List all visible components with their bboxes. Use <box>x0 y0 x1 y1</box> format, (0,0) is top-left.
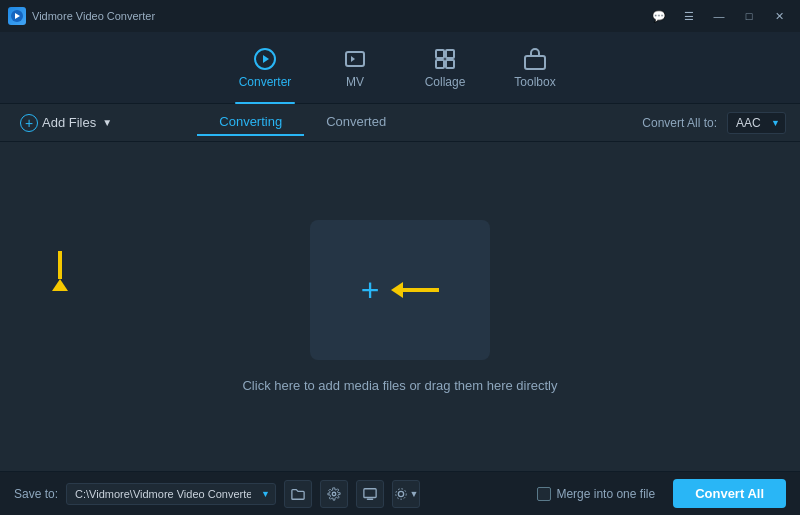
settings-icon-btn[interactable] <box>320 480 348 508</box>
close-button[interactable]: ✕ <box>766 7 792 25</box>
sub-tab-converted[interactable]: Converted <box>304 109 408 136</box>
svg-rect-7 <box>436 60 444 68</box>
tab-converter-label: Converter <box>239 75 292 89</box>
main-content: + Click here to add media files or drag … <box>0 142 800 471</box>
title-bar: Vidmore Video Converter 💬 ☰ — □ ✕ <box>0 0 800 32</box>
svg-rect-9 <box>525 56 545 69</box>
title-bar-left: Vidmore Video Converter <box>8 7 155 25</box>
convert-all-button[interactable]: Convert All <box>673 479 786 508</box>
svg-rect-8 <box>446 60 454 68</box>
tab-mv-label: MV <box>346 75 364 89</box>
folder-icon-btn[interactable] <box>284 480 312 508</box>
tab-toolbox-label: Toolbox <box>514 75 555 89</box>
svg-rect-6 <box>446 50 454 58</box>
gear-icon-btn[interactable]: ▼ <box>392 480 420 508</box>
plus-icon: + <box>361 274 380 306</box>
tab-converter[interactable]: Converter <box>220 32 310 104</box>
arrow-head-up-icon <box>52 279 68 291</box>
save-to-label: Save to: <box>14 487 58 501</box>
add-files-button[interactable]: + Add Files ▼ <box>14 110 120 136</box>
nav-bar: Converter MV Collage Toolbox <box>0 32 800 104</box>
save-path-input[interactable] <box>66 483 276 505</box>
drop-zone[interactable]: + <box>310 220 490 360</box>
arrow-shaft-vertical <box>58 251 62 279</box>
menu-button[interactable]: ☰ <box>676 7 702 25</box>
bottom-bar: Save to: ▼ Merge into one file Convert A… <box>0 471 800 515</box>
add-files-circle-icon: + <box>20 114 38 132</box>
arrow-shaft-horizontal <box>403 288 439 292</box>
merge-checkbox[interactable] <box>537 487 551 501</box>
svg-rect-10 <box>364 488 376 497</box>
app-icon <box>8 7 26 25</box>
tab-collage-label: Collage <box>425 75 466 89</box>
svg-marker-3 <box>263 55 269 63</box>
add-files-label: Add Files <box>42 115 96 130</box>
drop-zone-content: + <box>361 274 440 306</box>
drop-hint: Click here to add media files or drag th… <box>242 378 557 393</box>
annotation-arrow-up <box>52 251 68 291</box>
sub-tab-converting[interactable]: Converting <box>197 109 304 136</box>
maximize-button[interactable]: □ <box>736 7 762 25</box>
chat-button[interactable]: 💬 <box>646 7 672 25</box>
sub-tab-group: Converting Converted <box>197 109 408 136</box>
tab-toolbox[interactable]: Toolbox <box>490 32 580 104</box>
arrow-head-left-icon <box>391 282 403 298</box>
save-path-wrapper <box>66 483 276 505</box>
tab-mv[interactable]: MV <box>310 32 400 104</box>
format-select[interactable]: AAC MP3 MP4 AVI <box>727 112 786 134</box>
merge-checkbox-label[interactable]: Merge into one file <box>537 487 655 501</box>
title-bar-controls: 💬 ☰ — □ ✕ <box>646 7 792 25</box>
sub-toolbar: + Add Files ▼ Converting Converted Conve… <box>0 104 800 142</box>
minimize-button[interactable]: — <box>706 7 732 25</box>
format-select-wrapper: AAC MP3 MP4 AVI <box>727 112 786 134</box>
convert-all-to-label: Convert All to: <box>642 116 717 130</box>
display-icon-btn[interactable] <box>356 480 384 508</box>
tab-collage[interactable]: Collage <box>400 32 490 104</box>
svg-point-12 <box>395 488 406 499</box>
svg-point-11 <box>398 491 403 496</box>
svg-rect-5 <box>436 50 444 58</box>
add-files-dropdown-icon[interactable]: ▼ <box>100 116 114 130</box>
app-title: Vidmore Video Converter <box>32 10 155 22</box>
annotation-arrow-left <box>391 282 439 298</box>
merge-label-text: Merge into one file <box>556 487 655 501</box>
